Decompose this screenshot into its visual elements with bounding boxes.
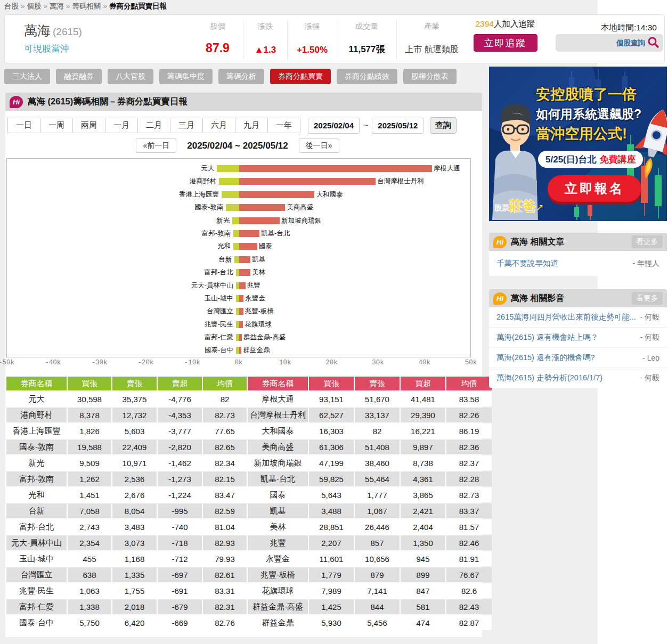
- buy-bar: [239, 165, 432, 172]
- tab-融資融券[interactable]: 融資融券: [56, 69, 102, 84]
- tab-bar: 三大法人融資融券八大官股籌碼集中度籌碼分析券商分點買賣券商分點績效股權分散表: [4, 69, 457, 84]
- query-button[interactable]: 查詢: [430, 117, 457, 134]
- broker-link[interactable]: 新加坡商瑞銀: [248, 455, 308, 470]
- day-trade-label: 可現股當沖: [24, 43, 69, 55]
- buyer-label: 凱基-台北: [261, 230, 290, 238]
- period-button-九月[interactable]: 九月: [235, 118, 268, 133]
- table-cell: 16,221: [401, 423, 445, 438]
- broker-link[interactable]: 國泰: [248, 487, 308, 502]
- broker-link[interactable]: 富邦-敦南: [6, 471, 67, 486]
- video-item-link[interactable]: 萬海(2615) 還有漲的機會嗎?: [496, 353, 595, 363]
- table-cell: 945: [401, 551, 445, 566]
- stock-code: (2615): [53, 26, 82, 37]
- table-header-cell: 券商名稱: [248, 377, 308, 390]
- period-button-一年[interactable]: 一年: [267, 118, 300, 133]
- broker-link[interactable]: 美林: [248, 519, 308, 534]
- breadcrumb-link[interactable]: 籌碼相關: [72, 2, 101, 10]
- stat-value: 11,577張: [337, 43, 396, 58]
- broker-link[interactable]: 凱基: [248, 503, 308, 518]
- broker-link[interactable]: 香港上海匯豐: [6, 423, 67, 438]
- tab-股權分散表[interactable]: 股權分散表: [403, 69, 457, 84]
- tab-籌碼集中度[interactable]: 籌碼集中度: [159, 69, 213, 84]
- period-button-一周[interactable]: 一周: [40, 118, 73, 133]
- prev-day-button[interactable]: «前一日: [136, 138, 176, 153]
- breadcrumb-link[interactable]: 萬海: [50, 2, 64, 10]
- period-button-一日[interactable]: 一日: [7, 118, 40, 133]
- broker-link[interactable]: 兆豐: [248, 535, 308, 550]
- broker-link[interactable]: 玉山-城中: [6, 551, 67, 566]
- broker-link[interactable]: 光和: [6, 487, 67, 502]
- table-cell: 5,930: [309, 615, 354, 630]
- video-item: 萬海(2615) 還有機會站上嗎？- 何毅: [489, 327, 667, 347]
- broker-link[interactable]: 永豐金: [248, 551, 308, 566]
- tab-券商分點買賣[interactable]: 券商分點買賣: [270, 69, 331, 84]
- videos-more-button[interactable]: 看更多: [632, 292, 663, 305]
- search-icon[interactable]: [647, 36, 659, 50]
- broker-link[interactable]: 國泰-台中: [6, 615, 67, 630]
- broker-link[interactable]: 摩根大通: [248, 392, 308, 406]
- broker-link[interactable]: 台灣摩根士丹利: [248, 407, 308, 422]
- table-row: 元大30,59835,375-4,77682摩根大通93,15151,67041…: [6, 392, 492, 406]
- broker-link[interactable]: 富邦-台北: [6, 519, 67, 534]
- video-item-link[interactable]: 2615萬海周四月營收出來前後走勢可能...: [496, 312, 636, 322]
- table-cell: 82.36: [446, 439, 492, 454]
- broker-link[interactable]: 元大-員林中山: [6, 535, 67, 550]
- broker-link[interactable]: 群益金鼎-高盛: [248, 599, 308, 614]
- tab-券商分點績效[interactable]: 券商分點績效: [337, 69, 397, 84]
- follow-button[interactable]: 立即追蹤: [474, 34, 537, 52]
- video-item: 2615萬海周四月營收出來前後走勢可能...- 何毅: [489, 307, 667, 327]
- period-button-六月[interactable]: 六月: [202, 118, 235, 133]
- broker-link[interactable]: 新光: [6, 455, 67, 470]
- broker-link[interactable]: 台灣匯立: [6, 567, 67, 582]
- table-cell: 7,058: [68, 503, 111, 518]
- table-cell: 83.37: [446, 503, 492, 518]
- date-from-input[interactable]: 2025/02/04: [308, 118, 360, 134]
- tab-籌碼分析[interactable]: 籌碼分析: [218, 69, 264, 84]
- broker-link[interactable]: 群益金鼎: [248, 615, 308, 630]
- broker-link[interactable]: 凱基-台北: [248, 471, 308, 486]
- broker-link[interactable]: 富邦-仁愛: [6, 599, 67, 614]
- table-cell: 455: [68, 551, 111, 566]
- broker-link[interactable]: 港商野村: [6, 407, 67, 422]
- video-item-link[interactable]: 萬海(2615) 走勢分析(2016/1/7): [496, 373, 602, 383]
- table-cell: 82.61: [203, 567, 247, 582]
- stat-label: 股價: [192, 21, 243, 31]
- tab-八大官股[interactable]: 八大官股: [108, 69, 153, 84]
- date-to-input[interactable]: 2025/05/12: [372, 118, 423, 134]
- breadcrumb-link[interactable]: 個股: [27, 2, 42, 10]
- stat-row: 股價87.9漲跌▲1.3漲幅+1.50%成交量11,577張產業上市 航運類股: [192, 20, 467, 59]
- period-button-一月[interactable]: 一月: [105, 118, 138, 133]
- broker-link[interactable]: 兆豐-板橋: [248, 567, 308, 582]
- buyer-label: 國泰: [259, 242, 272, 250]
- broker-link[interactable]: 花旗環球: [248, 583, 308, 598]
- stock-search-input[interactable]: 個股查詢: [556, 34, 663, 52]
- ad-banner[interactable]: 安控股噴了一倍 如何用系統選飆股? 當沖空用公式! 5/25(日)台北 免費講座…: [489, 67, 667, 221]
- chart-row: 富邦-仁愛群益金鼎-高盛: [7, 331, 470, 344]
- broker-link[interactable]: 美商高盛: [248, 439, 308, 454]
- period-button-二月[interactable]: 二月: [137, 118, 170, 133]
- ad-candlestick: [588, 201, 592, 220]
- table-cell: 83.47: [203, 487, 247, 502]
- articles-more-button[interactable]: 看更多: [632, 235, 663, 248]
- period-button-兩周[interactable]: 兩周: [72, 118, 105, 133]
- next-day-button[interactable]: 後一日»: [299, 138, 339, 153]
- table-cell: 2,354: [68, 535, 111, 550]
- period-button-三月[interactable]: 三月: [170, 118, 203, 133]
- table-row: 新光9,50910,971-1,46282.34新加坡商瑞銀47,19938,4…: [6, 455, 492, 470]
- broker-link[interactable]: 兆豐-民生: [6, 583, 67, 598]
- table-cell: 847: [401, 583, 445, 598]
- video-item-link[interactable]: 萬海(2615) 還有機會站上嗎？: [496, 332, 598, 343]
- tab-三大法人[interactable]: 三大法人: [4, 69, 50, 84]
- breadcrumb-link[interactable]: 台股: [4, 2, 19, 10]
- table-cell: 2,536: [112, 471, 157, 486]
- article-item-link[interactable]: 千萬不要說早知道: [496, 258, 558, 268]
- table-cell: 19,588: [68, 439, 111, 454]
- buy-bar: [239, 321, 243, 328]
- broker-link[interactable]: 元大: [6, 392, 67, 406]
- broker-link[interactable]: 大和國泰: [248, 423, 308, 438]
- table-header-row: 券商名稱買張賣張賣超均價券商名稱買張賣張買超均價: [6, 377, 492, 390]
- broker-link[interactable]: 國泰-敦南: [6, 439, 67, 454]
- table-cell: 83.58: [446, 392, 492, 406]
- broker-link[interactable]: 台新: [6, 503, 67, 518]
- stat-industry: 產業上市 航運類股: [396, 20, 467, 59]
